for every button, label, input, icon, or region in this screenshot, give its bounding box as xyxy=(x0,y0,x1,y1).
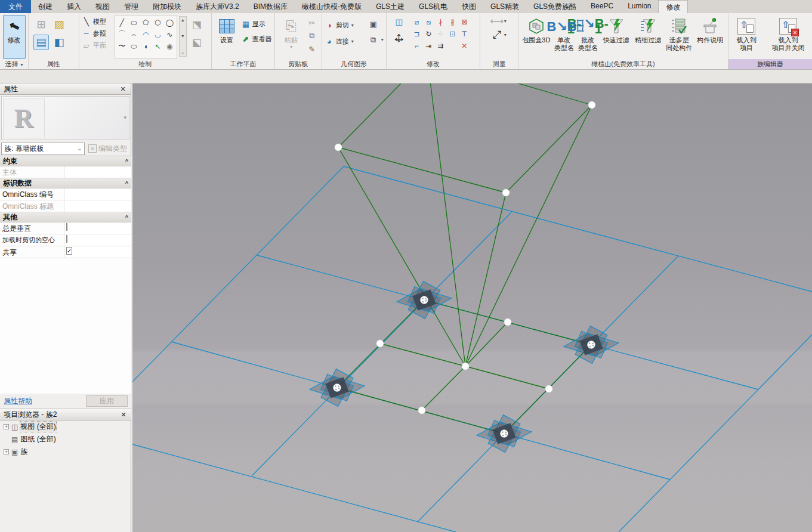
shared-checkbox[interactable]: ✓ xyxy=(66,247,72,255)
tab-view[interactable]: 视图 xyxy=(88,0,117,13)
cut-geometry-button[interactable]: ◑剪切▾ xyxy=(325,20,366,31)
align-icon[interactable]: ◫ xyxy=(394,16,405,27)
split-element-icon[interactable]: ∤ xyxy=(435,16,446,27)
measure-between-refs-button[interactable]: ⤢▾ xyxy=(492,29,507,41)
tree-item-sheets[interactable]: ▤ 图纸 (全部) xyxy=(0,433,131,446)
preview-dropdown-icon[interactable]: ▾ xyxy=(124,115,126,120)
rotate-icon[interactable]: ↻ xyxy=(423,28,434,39)
trim-corner-icon[interactable]: ⌐ xyxy=(411,40,422,51)
tab-insert[interactable]: 插入 xyxy=(60,0,88,13)
collapse-icon[interactable]: ^ xyxy=(125,214,128,220)
join-geometry-button[interactable]: ◕连接▾ xyxy=(325,36,366,47)
cut-voids-checkbox[interactable] xyxy=(66,235,67,243)
reference-grid-line[interactable] xyxy=(344,166,812,292)
omniclass-number-field[interactable] xyxy=(64,188,131,200)
load-into-project-button[interactable]: ⇧ 载入到 项目 xyxy=(731,15,762,59)
model-line[interactable] xyxy=(465,322,508,366)
draw-partial-ellipse-icon[interactable]: ◖ xyxy=(140,41,152,52)
select-group-label[interactable]: 选择 ▾ xyxy=(0,59,28,69)
visibility-settings-icon[interactable]: ◧ xyxy=(51,35,67,50)
adaptive-point-marker[interactable] xyxy=(477,415,532,453)
split-dropdown-icon[interactable]: ▾ xyxy=(381,37,384,42)
model-line-button[interactable]: ╲模型 xyxy=(82,16,113,27)
split-face-icon[interactable]: ⧉ xyxy=(368,35,379,45)
solid-box-icon[interactable]: ▣ xyxy=(368,18,379,29)
collapse-icon[interactable]: ^ xyxy=(125,158,128,164)
trim-extend-single-icon[interactable]: ⇥ xyxy=(423,40,434,51)
control-point[interactable] xyxy=(545,385,552,392)
workplane-viewer-button[interactable]: ⬈查看器 xyxy=(241,33,272,45)
properties-help-link[interactable]: 属性帮助 xyxy=(4,396,32,406)
control-point[interactable] xyxy=(376,340,384,347)
mirror-draw-axis-icon[interactable]: ⧅ xyxy=(423,16,434,27)
tab-manage[interactable]: 管理 xyxy=(117,0,146,13)
copy-to-clipboard-icon[interactable]: ⧉ xyxy=(307,30,317,41)
project-browser-titlebar[interactable]: 项目浏览器 - 族2 ✕ xyxy=(0,409,131,420)
draw-arc-center-icon[interactable]: ⌢ xyxy=(128,29,140,40)
scroll-down-icon[interactable]: ▼ xyxy=(181,34,185,38)
section-constraints[interactable]: 约束 ^ xyxy=(0,156,131,166)
fine-filter-button[interactable]: 精细过滤 xyxy=(632,15,663,59)
control-point[interactable] xyxy=(462,363,469,370)
draw-point-icon[interactable]: ◉ xyxy=(164,41,175,52)
model-line[interactable] xyxy=(380,344,465,366)
draw-fillet-arc-icon[interactable]: ⌒ xyxy=(116,29,128,40)
multi-floor-select-button[interactable]: 选多层 同处构件 xyxy=(665,15,693,59)
draw-circle-icon[interactable]: ◯ xyxy=(164,17,175,28)
ruler-dropdown-icon[interactable]: ▾ xyxy=(504,18,507,24)
model-line[interactable] xyxy=(506,105,592,193)
tab-addins[interactable]: 附加模块 xyxy=(146,0,189,13)
tab-beepc[interactable]: BeePC xyxy=(583,0,620,13)
type-selector-dropdown[interactable]: 族: 幕墙嵌板 ⌄ xyxy=(1,143,85,155)
tab-family-master[interactable]: 族库大师V3.2 xyxy=(189,0,246,13)
pin-icon[interactable]: ⊤ xyxy=(459,28,470,39)
model-line[interactable] xyxy=(465,366,549,389)
draw-line-icon[interactable]: ╱ xyxy=(116,17,128,28)
tab-quick-draw[interactable]: 快图 xyxy=(455,0,483,13)
tree-item-views[interactable]: + ◫ 视图 (全部) xyxy=(0,420,131,433)
control-point[interactable] xyxy=(502,189,510,196)
scroll-up-icon[interactable]: ▲ xyxy=(181,18,185,22)
tab-gls-structure[interactable]: GLS土建 xyxy=(369,0,412,13)
expand-icon[interactable]: + xyxy=(4,449,9,454)
section-other[interactable]: 其他 ^ xyxy=(0,212,131,222)
model-line[interactable] xyxy=(338,83,427,147)
drawing-area-svg[interactable] xyxy=(132,83,812,532)
draw-gallery-scrollbar[interactable]: ▲ ▼ ⌄ xyxy=(179,16,187,57)
tab-gls-finish[interactable]: GLS精装 xyxy=(483,0,526,13)
rename-type-batch-button[interactable]: B⌑↘⌑B-1 批改 类型名 xyxy=(576,15,600,59)
edit-type-button[interactable]: ⊞ 编辑类型 xyxy=(87,143,129,155)
delete-icon[interactable]: ✕ xyxy=(459,40,470,51)
draw-arc-3pt-icon[interactable]: ◠ xyxy=(140,29,152,40)
omniclass-number-input[interactable] xyxy=(64,188,131,200)
adaptive-point-marker[interactable] xyxy=(310,369,365,407)
gallery-expand-icon[interactable]: ⌄ xyxy=(181,50,184,55)
split-with-gap-icon[interactable]: ∦ xyxy=(447,16,458,27)
close-icon[interactable]: ✕ xyxy=(119,85,127,93)
quick-filter-button[interactable]: 快速过滤 xyxy=(601,15,632,59)
drawing-area[interactable] xyxy=(132,83,812,532)
show-workplane-button[interactable]: ▦显示 xyxy=(241,18,272,30)
draw-ellipse-icon[interactable]: ⬭ xyxy=(128,41,140,52)
draw-pick-lines-icon[interactable]: ↖ xyxy=(152,41,163,52)
collapse-icon[interactable]: ^ xyxy=(125,180,128,186)
properties-panel-titlebar[interactable]: 属性 ✕ xyxy=(0,83,131,95)
host-value[interactable] xyxy=(64,166,131,178)
properties-palette-icon[interactable]: ▤ xyxy=(33,35,49,50)
model-line[interactable] xyxy=(427,83,592,105)
tab-bim-database[interactable]: BIM数据库 xyxy=(246,0,295,13)
tab-gls-free-family[interactable]: GLS免费族酷 xyxy=(526,0,583,13)
control-point[interactable] xyxy=(335,144,342,151)
plane-button[interactable]: ▱平面 xyxy=(82,40,113,51)
join-dropdown-icon[interactable]: ▾ xyxy=(351,39,354,44)
draw-polygon-inscribed-icon[interactable]: ⬠ xyxy=(140,17,152,28)
model-line[interactable] xyxy=(338,147,465,366)
array-icon[interactable]: ⁘ xyxy=(435,28,446,39)
control-point[interactable] xyxy=(588,101,595,109)
tab-olive-quickmodel[interactable]: 橄榄山快模-免费版 xyxy=(295,0,369,13)
control-point[interactable] xyxy=(418,407,425,414)
model-line[interactable] xyxy=(422,366,465,410)
cut-dropdown-icon[interactable]: ▾ xyxy=(351,23,354,28)
reference-grid-line[interactable] xyxy=(132,166,344,382)
draw-on-workplane-icon[interactable]: ⬕ xyxy=(189,35,205,50)
